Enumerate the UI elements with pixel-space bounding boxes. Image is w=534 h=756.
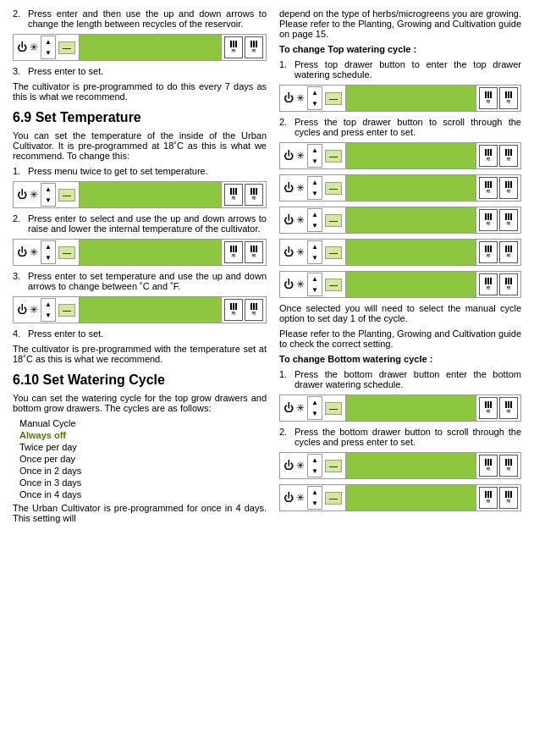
bottom-item-1-num: 1. bbox=[279, 369, 295, 389]
cycle-list: Manual Cycle Always off Twice per day On… bbox=[19, 418, 267, 499]
temp-item-2: 2. Press enter to select and use the up … bbox=[13, 213, 267, 234]
cycle-once-4days: Once in 4 days bbox=[19, 489, 267, 499]
item-3-num: 3. bbox=[13, 66, 28, 76]
cp4-green bbox=[80, 297, 221, 323]
lcd-4: — bbox=[58, 304, 75, 317]
rcp1-lcd: — bbox=[325, 92, 342, 105]
control-panel-4: ⏻ ✳ ▲ ▼ — ≋ ≋ bbox=[13, 296, 267, 323]
bottom-cp-1: ⏻ ✳ ▲ ▼ — ≋ ≋ bbox=[279, 395, 521, 422]
top-item-1-num: 1. bbox=[279, 59, 295, 80]
right-cp-4: ⏻ ✳ ▲ ▼ — ≋ ≋ bbox=[279, 207, 521, 234]
top-item-2-num: 2. bbox=[279, 117, 295, 137]
item-2: 2. Press enter and then use the up and d… bbox=[13, 8, 267, 29]
lcd-3: — bbox=[58, 246, 75, 259]
rcp1-power: ⏻ bbox=[284, 93, 294, 103]
section-610-title: 6.10 Set Watering Cycle bbox=[13, 372, 267, 388]
power-icon-1: ⏻ bbox=[17, 42, 27, 52]
water-icon-1b: ≋ bbox=[245, 36, 263, 58]
section-610-intro: You can set the watering cycle for the t… bbox=[13, 393, 267, 413]
cycle-once-day: Once per day bbox=[19, 454, 267, 464]
item-2-num: 2. bbox=[13, 8, 28, 29]
temp-item-3-num: 3. bbox=[13, 271, 28, 291]
water-icon-1a: ≋ bbox=[224, 36, 243, 58]
cp3-right: ≋ ≋ bbox=[221, 240, 266, 265]
bottom-item-1-text: Press the bottom drawer button enter the… bbox=[295, 369, 521, 389]
cp4-right: ≋ ≋ bbox=[221, 297, 266, 323]
bottom-item-1: 1. Press the bottom drawer button enter … bbox=[279, 369, 521, 389]
sun-icon-1: ✳ bbox=[30, 42, 38, 52]
water-icon-2a: ≋ bbox=[224, 184, 243, 206]
item-3: 3. Press enter to set. bbox=[13, 66, 267, 76]
down-arrow-4: ▼ bbox=[45, 312, 52, 319]
bottom-item-2-text: Press the bottom drawer button to scroll… bbox=[295, 427, 521, 447]
cp4-left: ⏻ ✳ ▲ ▼ — bbox=[14, 297, 80, 323]
top-item-1-text: Press top drawer button to enter the top… bbox=[295, 59, 521, 80]
down-arrow-2: ▼ bbox=[45, 196, 52, 204]
sun-icon-4: ✳ bbox=[30, 305, 38, 315]
rcp1-down: ▼ bbox=[311, 100, 318, 108]
refer-text: Please refer to the Planting, Growing an… bbox=[279, 328, 521, 349]
bottom-item-2-num: 2. bbox=[279, 427, 295, 447]
lcd-2: — bbox=[58, 189, 75, 201]
rcp1-up: ▲ bbox=[311, 89, 318, 97]
up-arrow-3: ▲ bbox=[45, 243, 52, 251]
preprogrammed-3: The Urban Cultivator is pre-programmed f… bbox=[13, 503, 267, 523]
rcp1-water-a: ≋ bbox=[479, 87, 498, 109]
top-item-2: 2. Press the top drawer button to scroll… bbox=[279, 117, 521, 137]
arrow-box-1: ▲ ▼ bbox=[41, 36, 56, 59]
rcp1-water-b: ≋ bbox=[499, 87, 518, 109]
top-item-1: 1. Press top drawer button to enter the … bbox=[279, 59, 521, 80]
cp1-green bbox=[80, 35, 221, 60]
arrow-box-4: ▲ ▼ bbox=[41, 298, 56, 322]
power-icon-2: ⏻ bbox=[17, 190, 27, 200]
water-icon-4b: ≋ bbox=[245, 299, 263, 321]
temp-item-2-num: 2. bbox=[13, 213, 28, 234]
water-icon-2b: ≋ bbox=[245, 184, 263, 206]
right-cp-1: ⏻ ✳ ▲ ▼ — ≋ ≋ bbox=[279, 85, 521, 112]
left-column: 2. Press enter and then use the up and d… bbox=[13, 8, 267, 528]
cp3-green bbox=[80, 240, 221, 265]
right-cp-3: ⏻ ✳ ▲ ▼ — ≋ ≋ bbox=[279, 174, 521, 201]
cp1-left: ⏻ ✳ ▲ ▼ — bbox=[14, 35, 80, 60]
bottom-cp-3: ⏻ ✳ ▲ ▼ — ≋ ≋ bbox=[279, 484, 521, 511]
control-panel-3: ⏻ ✳ ▲ ▼ — ≋ ≋ bbox=[13, 239, 267, 266]
temp-item-3: 3. Press enter to set temperature and us… bbox=[13, 271, 267, 291]
up-arrow-2: ▲ bbox=[45, 185, 52, 193]
once-selected: Once selected you will need to select th… bbox=[279, 303, 521, 323]
section-69-intro: You can set the temperature of the insid… bbox=[13, 130, 267, 161]
preprogrammed-1: The cultivator is pre-programmed to do t… bbox=[13, 81, 267, 102]
right-column: depend on the type of herbs/microgreens … bbox=[279, 8, 521, 528]
arrow-box-3: ▲ ▼ bbox=[41, 240, 56, 264]
temp-item-1-num: 1. bbox=[13, 166, 28, 176]
rcp2-green bbox=[346, 143, 476, 168]
preprogrammed-2: The cultivator is pre-programmed with th… bbox=[13, 344, 267, 364]
rcp1-right: ≋ ≋ bbox=[476, 86, 520, 111]
cp1-right: ≋ ≋ bbox=[221, 35, 266, 60]
cp2-green bbox=[80, 182, 221, 207]
temp-item-3-text: Press enter to set temperature and use t… bbox=[28, 271, 267, 291]
power-icon-3: ⏻ bbox=[17, 247, 27, 257]
water-icon-3a: ≋ bbox=[224, 241, 243, 263]
cp3-left: ⏻ ✳ ▲ ▼ — bbox=[14, 240, 80, 265]
power-icon-4: ⏻ bbox=[17, 305, 27, 315]
cp2-left: ⏻ ✳ ▲ ▼ — bbox=[14, 182, 80, 207]
top-item-2-text: Press the top drawer button to scroll th… bbox=[295, 117, 521, 137]
item-2-text: Press enter and then use the up and down… bbox=[28, 8, 267, 29]
section-69-title: 6.9 Set Temperature bbox=[13, 110, 267, 125]
down-arrow-3: ▼ bbox=[45, 254, 52, 262]
temp-item-2-text: Press enter to select and use the up and… bbox=[28, 213, 267, 234]
lcd-1: — bbox=[58, 41, 75, 54]
right-cp-6: ⏻ ✳ ▲ ▼ — ≋ ≋ bbox=[279, 271, 521, 298]
sun-icon-3: ✳ bbox=[30, 247, 38, 257]
cycle-once-2days: Once in 2 days bbox=[19, 466, 267, 476]
rcp1-sun: ✳ bbox=[296, 93, 305, 103]
control-panel-1: ⏻ ✳ ▲ ▼ — ≋ ≋ bbox=[13, 34, 267, 61]
water-icon-4a: ≋ bbox=[224, 299, 243, 321]
control-panel-2: ⏻ ✳ ▲ ▼ — ≋ ≋ bbox=[13, 181, 267, 208]
cycle-always-off: Always off bbox=[19, 430, 267, 440]
up-arrow-1: ▲ bbox=[45, 38, 52, 46]
water-icon-3b: ≋ bbox=[245, 241, 263, 263]
change-bottom-title: To change Bottom watering cycle : bbox=[279, 354, 521, 364]
cycle-twice: Twice per day bbox=[19, 442, 267, 452]
right-cp-2: ⏻ ✳ ▲ ▼ — ≋ ≋ bbox=[279, 142, 521, 169]
